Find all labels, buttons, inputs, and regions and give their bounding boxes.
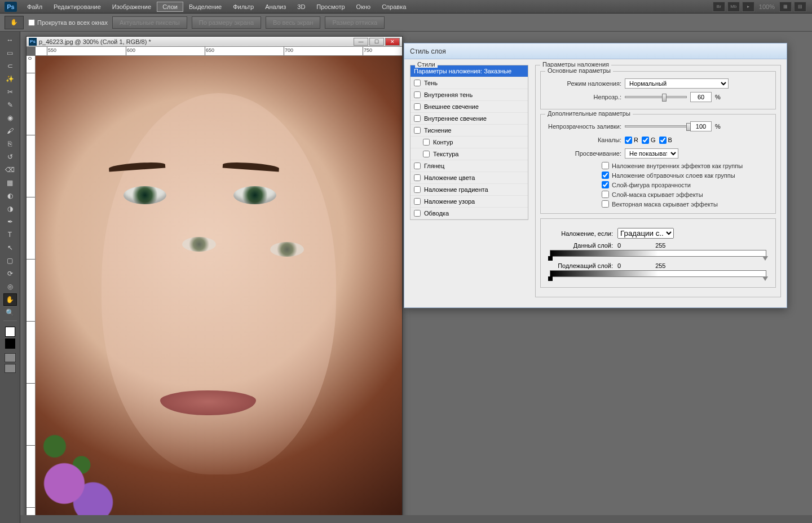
bridge-icon[interactable]: Br bbox=[713, 2, 725, 12]
fit-screen-button[interactable]: По размеру экрана bbox=[192, 16, 261, 29]
knockout-select[interactable]: Не показывать bbox=[625, 148, 678, 159]
style-row[interactable]: Тиснение bbox=[411, 125, 528, 137]
screen-grid-icon[interactable] bbox=[5, 364, 16, 373]
arrange-icon[interactable]: ▤ bbox=[794, 2, 806, 12]
scroll-all-windows-checkbox[interactable]: Прокрутка во всех окнах bbox=[28, 19, 108, 26]
menu-редактирование[interactable]: Редактирование bbox=[48, 2, 107, 12]
hand-tool[interactable]: ✋ bbox=[3, 293, 17, 306]
move-tool[interactable]: ↔ bbox=[3, 34, 17, 46]
brush-tool[interactable]: 🖌 bbox=[3, 125, 17, 137]
eraser-tool[interactable]: ⌫ bbox=[3, 164, 17, 176]
menu-выделение[interactable]: Выделение bbox=[183, 2, 227, 12]
style-row[interactable]: Глянец bbox=[411, 160, 528, 172]
blendif-select[interactable]: Градации с... bbox=[617, 228, 674, 239]
style-row[interactable]: Тень bbox=[411, 77, 528, 89]
channel-r-checkbox[interactable] bbox=[625, 137, 632, 144]
path-select-tool[interactable]: ↖ bbox=[3, 241, 17, 254]
menu-3d[interactable]: 3D bbox=[292, 2, 311, 12]
channel-g-checkbox[interactable] bbox=[642, 137, 649, 144]
menu-окно[interactable]: Окно bbox=[351, 2, 377, 12]
gradient-tool[interactable]: ▦ bbox=[3, 177, 17, 189]
opacity-slider[interactable] bbox=[625, 96, 687, 98]
adv-check[interactable] bbox=[602, 172, 609, 179]
3d-rotate-tool[interactable]: ⟳ bbox=[3, 267, 17, 280]
menu-слои[interactable]: Слои bbox=[157, 2, 183, 12]
menu-справка[interactable]: Справка bbox=[376, 2, 412, 12]
foreground-color[interactable] bbox=[5, 327, 15, 337]
blendif-fieldset: Наложение, если: Градации с... Данный сл… bbox=[540, 218, 776, 288]
style-row[interactable]: Наложение градиента bbox=[411, 184, 528, 196]
style-row[interactable]: Внутренняя тень bbox=[411, 89, 528, 101]
menu-анализ[interactable]: Анализ bbox=[259, 2, 292, 12]
dodge-tool[interactable]: ◑ bbox=[3, 203, 17, 215]
style-row[interactable]: Внутреннее свечение bbox=[411, 113, 528, 125]
opacity-label: Непрозр.: bbox=[545, 94, 621, 100]
canvas[interactable] bbox=[36, 56, 402, 521]
blur-tool[interactable]: ◐ bbox=[3, 190, 17, 202]
this-layer-label: Данный слой: bbox=[545, 242, 613, 249]
under-layer-label: Подлежащий слой: bbox=[545, 262, 613, 269]
pen-tool[interactable]: ✒ bbox=[3, 216, 17, 228]
knockout-label: Просвечивание: bbox=[545, 150, 621, 157]
this-layer-blendif-slider[interactable] bbox=[550, 250, 766, 257]
style-row[interactable]: Текстура bbox=[411, 148, 528, 160]
fill-opacity-input[interactable] bbox=[690, 121, 712, 131]
blend-mode-select[interactable]: Нормальный bbox=[625, 78, 729, 89]
fill-opacity-slider[interactable] bbox=[625, 125, 687, 128]
under-layer-blendif-slider[interactable] bbox=[550, 270, 766, 277]
actual-pixels-button[interactable]: Актуальные пикселы bbox=[112, 16, 187, 29]
ruler-vertical[interactable]: 0 bbox=[27, 56, 36, 521]
background-color[interactable] bbox=[5, 339, 15, 349]
zoom-percentage: 100% bbox=[759, 3, 775, 10]
channel-b-checkbox[interactable] bbox=[659, 137, 667, 144]
print-size-button[interactable]: Размер оттиска bbox=[325, 16, 385, 29]
menu-просмотр[interactable]: Просмотр bbox=[311, 2, 350, 12]
adv-check[interactable] bbox=[602, 181, 609, 188]
quick-mask-icon[interactable] bbox=[5, 353, 16, 362]
screen-mode-icon[interactable]: ▦ bbox=[779, 2, 792, 12]
options-bar: ✋ Прокрутка во всех окнах Актуальные пик… bbox=[0, 14, 812, 32]
wand-tool[interactable]: ✨ bbox=[3, 73, 17, 85]
style-row[interactable]: Наложение цвета bbox=[411, 172, 528, 184]
type-tool[interactable]: T bbox=[3, 228, 17, 241]
crop-tool[interactable]: ✂ bbox=[3, 86, 17, 98]
basic-params-fieldset: Основные параметры Режим наложения: Норм… bbox=[540, 71, 776, 109]
document-titlebar[interactable]: Ps p_46223.jpg @ 300% (Слой 1, RGB/8) * … bbox=[27, 37, 402, 47]
document-window: Ps p_46223.jpg @ 300% (Слой 1, RGB/8) * … bbox=[26, 36, 403, 521]
document-title: p_46223.jpg @ 300% (Слой 1, RGB/8) * bbox=[39, 38, 151, 45]
layer-style-dialog: Стиль слоя Стили Параметры наложения: За… bbox=[404, 43, 787, 308]
style-row[interactable]: Обводка bbox=[411, 208, 528, 219]
film-icon[interactable]: ▸ bbox=[742, 2, 754, 12]
ruler-horizontal[interactable]: 550600650700750 bbox=[36, 47, 402, 56]
mb-icon[interactable]: Mb bbox=[727, 2, 740, 12]
lasso-tool[interactable]: ⊂ bbox=[3, 60, 17, 72]
style-row[interactable]: Внешнее свечение bbox=[411, 101, 528, 113]
zoom-tool[interactable]: 🔍 bbox=[3, 306, 17, 319]
eyedropper-tool[interactable]: ✎ bbox=[3, 99, 17, 111]
menu-фильтр[interactable]: Фильтр bbox=[227, 2, 259, 12]
marquee-tool[interactable]: ▭ bbox=[3, 47, 17, 59]
close-button[interactable]: ✕ bbox=[385, 38, 400, 46]
adv-check[interactable] bbox=[602, 200, 609, 208]
blendif-label: Наложение, если: bbox=[545, 230, 613, 237]
spot-heal-tool[interactable]: ◉ bbox=[3, 112, 17, 124]
style-row[interactable]: Контур bbox=[411, 137, 528, 148]
maximize-button[interactable]: ☐ bbox=[369, 38, 384, 46]
color-swatches[interactable] bbox=[5, 327, 15, 349]
clone-tool[interactable]: ⎘ bbox=[3, 138, 17, 150]
dialog-titlebar[interactable]: Стиль слоя bbox=[404, 43, 787, 59]
minimize-button[interactable]: — bbox=[354, 38, 368, 46]
fill-screen-button[interactable]: Во весь экран bbox=[266, 16, 320, 29]
menu-изображение[interactable]: Изображение bbox=[107, 2, 157, 12]
current-tool-icon[interactable]: ✋ bbox=[5, 16, 24, 29]
3d-orbit-tool[interactable]: ◎ bbox=[3, 280, 17, 293]
adv-check[interactable] bbox=[602, 191, 609, 198]
blend-mode-label: Режим наложения: bbox=[545, 80, 621, 87]
history-brush-tool[interactable]: ↺ bbox=[3, 151, 17, 163]
tools-panel: ↔▭⊂✨✂✎◉🖌⎘↺⌫▦◐◑✒T↖▢⟳◎✋🔍 bbox=[0, 32, 20, 523]
menu-файл[interactable]: Файл bbox=[21, 2, 48, 12]
adv-check[interactable] bbox=[602, 162, 609, 169]
style-row[interactable]: Наложение узора bbox=[411, 196, 528, 208]
rectangle-tool[interactable]: ▢ bbox=[3, 254, 17, 267]
opacity-input[interactable] bbox=[690, 92, 712, 102]
